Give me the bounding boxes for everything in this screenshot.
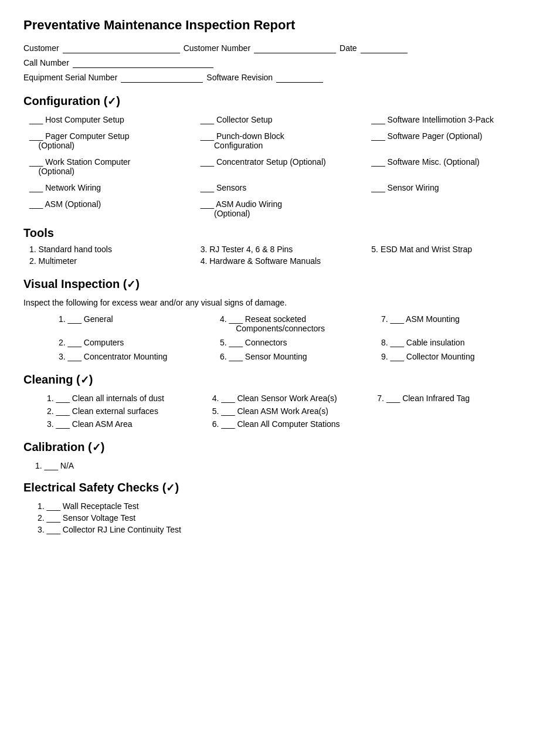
customer-field[interactable] [63, 43, 180, 53]
tool-5: 5. ESD Mat and Wrist Strap [371, 245, 537, 254]
config-asm-audio: ___ ASM Audio Wiring (Optional) [201, 199, 366, 218]
config-software-pager: ___ Software Pager (Optional) [371, 131, 537, 150]
tool-3: 3. RJ Tester 4, 6 & 8 Pins [201, 245, 366, 254]
clean-6: 6. ___ Clean All Computer Stations [212, 419, 372, 429]
config-empty [371, 199, 537, 218]
vi-6: 6. ___ Sensor Mounting [220, 352, 375, 361]
tool-4: 4. Hardware & Software Manuals [201, 256, 366, 266]
vi-7: 7. ___ ASM Mounting [381, 314, 537, 333]
cleaning-title: Cleaning (✓) [23, 373, 537, 386]
config-workstation: ___ Work Station Computer (Optional) [29, 157, 195, 176]
visual-inspection-title: Visual Inspection (✓) [23, 277, 537, 291]
tools-title: Tools [23, 226, 537, 240]
customer-number-field[interactable] [254, 43, 336, 53]
clean-5: 5. ___ Clean ASM Work Area(s) [212, 406, 372, 416]
config-punchdown-block: ___ Punch-down Block Configuration [201, 131, 366, 150]
config-software-intellimotion: ___ Software Intellimotion 3-Pack [371, 115, 537, 124]
software-revision-field[interactable] [276, 73, 323, 83]
config-network-wiring: ___ Network Wiring [29, 183, 195, 192]
vi-4: 4. ___ Reseat socketed Components/connec… [220, 314, 375, 333]
vi-2: 2. ___ Computers [59, 338, 214, 347]
config-host-computer: ___ Host Computer Setup [29, 115, 195, 124]
configuration-section: ___ Host Computer Setup ___ Collector Se… [23, 115, 537, 218]
config-sensor-wiring: ___ Sensor Wiring [371, 183, 537, 192]
clean-2: 2. ___ Clean external surfaces [47, 406, 206, 416]
equipment-serial-label: Equipment Serial Number [23, 73, 117, 82]
config-pager-computer: ___ Pager Computer Setup (Optional) [29, 131, 195, 150]
call-number-label: Call Number [23, 58, 69, 67]
equipment-row: Equipment Serial Number Software Revisio… [23, 73, 537, 83]
software-revision-label: Software Revision [206, 73, 273, 82]
clean-3: 3. ___ Clean ASM Area [47, 419, 206, 429]
tool-2: 2. Multimeter [29, 256, 195, 266]
visual-inspection-grid: 1. ___ General 4. ___ Reseat socketed Co… [23, 314, 537, 361]
clean-4: 4. ___ Clean Sensor Work Area(s) [212, 394, 372, 403]
vi-1: 1. ___ General [59, 314, 214, 333]
cleaning-grid: 1. ___ Clean all internals of dust 4. __… [23, 394, 537, 429]
config-sensors: ___ Sensors [201, 183, 366, 192]
safety-2: 2. ___ Sensor Voltage Test [38, 513, 537, 523]
electrical-safety-title: Electrical Safety Checks (✓) [23, 481, 537, 494]
safety-1: 1. ___ Wall Receptacle Test [38, 501, 537, 511]
clean-1: 1. ___ Clean all internals of dust [47, 394, 206, 403]
customer-row: Customer Customer Number Date [23, 43, 537, 53]
tool-1: 1. Standard hand tools [29, 245, 195, 254]
visual-inspection-desc: Inspect the following for excess wear an… [23, 298, 537, 307]
tools-section: 1. Standard hand tools 3. RJ Tester 4, 6… [23, 245, 537, 266]
call-number-row: Call Number [23, 58, 537, 68]
clean-7: 7. ___ Clean Infrared Tag [377, 394, 537, 403]
calib-1: 1. ___ N/A [23, 461, 537, 470]
vi-9: 9. ___ Collector Mounting [381, 352, 537, 361]
config-asm: ___ ASM (Optional) [29, 199, 195, 218]
safety-3: 3. ___ Collector RJ Line Continuity Test [38, 525, 537, 534]
configuration-title: Configuration (✓) [23, 94, 537, 108]
config-collector-setup: ___ Collector Setup [201, 115, 366, 124]
date-field[interactable] [361, 43, 408, 53]
equipment-serial-field[interactable] [121, 73, 203, 83]
config-concentrator: ___ Concentrator Setup (Optional) [201, 157, 366, 176]
clean-empty2 [377, 419, 537, 429]
vi-8: 8. ___ Cable insulation [381, 338, 537, 347]
date-label: Date [340, 43, 357, 53]
customer-label: Customer [23, 43, 59, 53]
electrical-safety-list: 1. ___ Wall Receptacle Test 2. ___ Senso… [23, 501, 537, 534]
customer-number-label: Customer Number [184, 43, 250, 53]
calibration-title: Calibration (✓) [23, 440, 537, 454]
vi-5: 5. ___ Connectors [220, 338, 375, 347]
clean-empty1 [377, 406, 537, 416]
page-title: Preventative Maintenance Inspection Repo… [23, 18, 537, 33]
tool-empty [371, 256, 537, 266]
vi-3: 3. ___ Concentrator Mounting [59, 352, 214, 361]
call-number-field[interactable] [73, 58, 213, 68]
config-software-misc: ___ Software Misc. (Optional) [371, 157, 537, 176]
